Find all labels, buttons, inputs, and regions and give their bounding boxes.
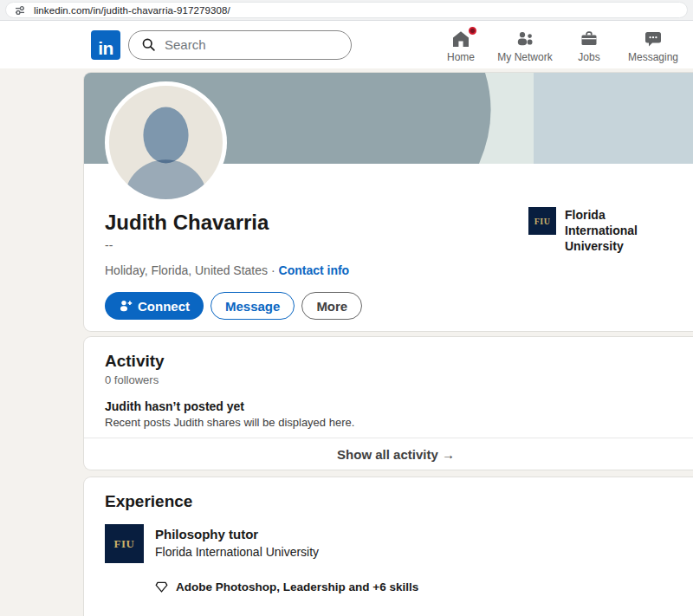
connect-person-add-icon xyxy=(119,299,133,313)
skills-diamond-icon xyxy=(155,580,168,593)
location-separator: · xyxy=(271,263,275,277)
message-button[interactable]: Message xyxy=(210,292,295,320)
profile-card: Judith Chavarria -- Holiday, Florida, Un… xyxy=(84,73,693,331)
contact-info-link[interactable]: Contact info xyxy=(279,263,350,277)
company-logo: FIU xyxy=(528,207,556,235)
nav-messaging-label: Messaging xyxy=(628,51,678,63)
my-network-icon xyxy=(515,29,535,49)
company-name: Florida International University xyxy=(565,207,676,254)
activity-title: Activity xyxy=(105,351,687,372)
connect-button[interactable]: Connect xyxy=(105,292,204,320)
experience-org-logo[interactable]: FIU xyxy=(105,524,144,563)
location-row: Holiday, Florida, United States · Contac… xyxy=(105,263,687,278)
experience-title: Experience xyxy=(105,491,687,512)
main-content: Judith Chavarria -- Holiday, Florida, Un… xyxy=(84,73,693,616)
current-company-badge[interactable]: FIU Florida International University xyxy=(528,207,676,254)
nav-jobs-label: Jobs xyxy=(578,51,599,63)
nav-home-label: Home xyxy=(447,51,475,63)
skills-row: Adobe Photoshop, Leadership and +6 skill… xyxy=(155,580,687,593)
activity-card: Activity 0 followers Judith hasn’t poste… xyxy=(84,337,693,470)
show-all-activity-link[interactable]: Show all activity → xyxy=(84,438,693,470)
experience-role: Philosophy tutor xyxy=(155,526,319,542)
activity-empty-title: Judith hasn’t posted yet xyxy=(105,399,687,413)
linkedin-logo[interactable]: in xyxy=(91,30,120,60)
site-settings-icon[interactable] xyxy=(14,4,26,16)
search-icon xyxy=(141,37,156,52)
url-text[interactable]: linkedin.com/in/judith-chavarria-9172793… xyxy=(34,5,230,16)
connect-button-label: Connect xyxy=(138,299,190,314)
more-button[interactable]: More xyxy=(301,292,362,320)
action-buttons: Connect Message More xyxy=(105,292,687,320)
global-nav: Home My Network Jobs xyxy=(433,25,693,65)
url-pill[interactable]: linkedin.com/in/judith-chavarria-9172793… xyxy=(5,2,688,18)
linkedin-header: in Home xyxy=(0,21,693,68)
nav-jobs[interactable]: Jobs xyxy=(561,25,617,65)
nav-my-network-label: My Network xyxy=(497,51,552,63)
message-button-label: Message xyxy=(225,299,280,314)
avatar[interactable] xyxy=(105,81,227,204)
notification-badge xyxy=(467,25,478,36)
experience-card: Experience FIU Philosophy tutor Florida … xyxy=(84,477,693,616)
activity-empty-subtitle: Recent posts Judith shares will be displ… xyxy=(105,416,687,429)
profile-location: Holiday, Florida, United States xyxy=(105,263,268,277)
experience-entry[interactable]: FIU Philosophy tutor Florida Internation… xyxy=(105,524,687,563)
search-input[interactable] xyxy=(165,37,321,52)
nav-home[interactable]: Home xyxy=(433,25,489,65)
nav-my-network[interactable]: My Network xyxy=(489,25,561,65)
skills-text: Adobe Photoshop, Leadership and +6 skill… xyxy=(176,580,418,593)
experience-org: Florida International University xyxy=(155,545,319,559)
search-box[interactable] xyxy=(128,30,352,60)
nav-messaging[interactable]: Messaging xyxy=(617,25,690,65)
jobs-icon xyxy=(579,29,599,49)
browser-url-bar: linkedin.com/in/judith-chavarria-9172793… xyxy=(0,0,693,21)
more-button-label: More xyxy=(316,299,347,314)
followers-count: 0 followers xyxy=(105,373,687,386)
messaging-icon xyxy=(643,29,664,49)
